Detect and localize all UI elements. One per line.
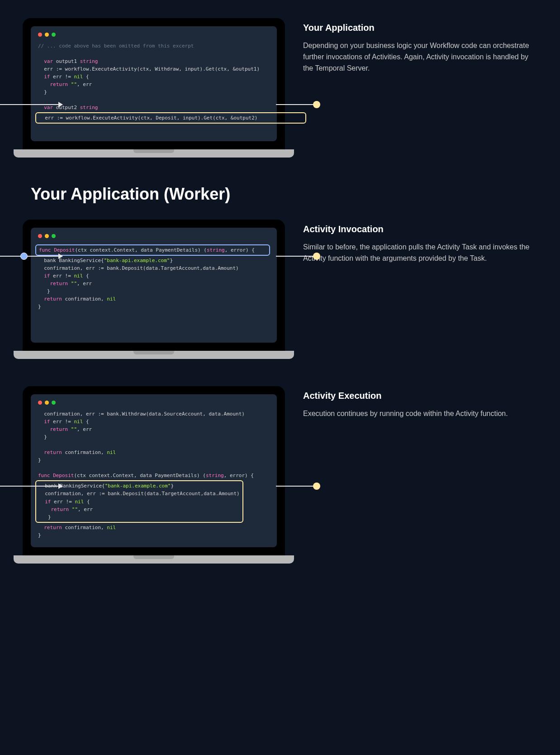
code-window-1: // ... code above has been omitted from …	[31, 26, 277, 141]
code-type: string	[207, 247, 225, 253]
code-type: string	[80, 58, 98, 64]
code-text: , err	[77, 81, 92, 87]
sidebar-body-2: Similar to before, the application pulls…	[303, 242, 537, 264]
section-activity-execution: confirmation, err := bank.Withdraw(data.…	[23, 386, 537, 564]
connector-dot-blue-icon	[20, 253, 28, 260]
connector-dot-icon	[313, 253, 320, 260]
code-str: "bank-api.example.com"	[105, 483, 171, 489]
code-fn-name: Deposit	[53, 473, 74, 478]
code-text: }	[48, 514, 51, 520]
connector-dot-icon	[313, 101, 320, 108]
code-text: err := workflow.ExecuteActivity(ctx, Wit…	[44, 66, 260, 72]
code-str: ""	[71, 426, 77, 432]
code-text: err !=	[50, 273, 74, 279]
code-str: ""	[72, 507, 78, 512]
minimize-dot-icon	[45, 234, 49, 238]
code-kw: var	[44, 58, 53, 64]
close-dot-icon	[38, 33, 42, 37]
code-text: }	[38, 532, 41, 538]
code-text: (ctx context.Context, data PaymentDetail…	[75, 247, 206, 253]
code-nil: nil	[75, 499, 84, 505]
sidebar-text-1: Your Application Depending on your busin…	[303, 18, 537, 74]
code-text: }	[170, 258, 173, 263]
code-text: }	[171, 483, 174, 489]
sidebar-body-1: Depending on your business logic your Wo…	[303, 40, 537, 74]
code-kw: func	[39, 247, 54, 253]
code-kw: var	[44, 105, 53, 110]
arrow-icon	[58, 102, 63, 107]
laptop-notch	[133, 351, 174, 354]
code-text: }	[38, 304, 41, 310]
code-content-2: func Deposit(ctx context.Context, data P…	[38, 244, 270, 311]
window-dots	[38, 234, 270, 238]
code-text: {	[83, 74, 89, 80]
code-content-3: confirmation, err := bank.Withdraw(data.…	[38, 410, 270, 539]
code-text: }	[44, 89, 47, 95]
code-type: string	[206, 473, 224, 478]
code-text: confirmation, err := bank.Deposit(data.T…	[44, 265, 238, 271]
code-text: {	[83, 273, 89, 279]
code-str: ""	[71, 281, 77, 287]
code-text: output2	[53, 105, 80, 110]
code-comment: // ... code above has been omitted from …	[38, 43, 194, 49]
code-kw: return	[50, 426, 71, 432]
code-text: , error) {	[224, 473, 254, 478]
sidebar-title-3: Activity Execution	[303, 391, 537, 401]
arrow-icon	[58, 253, 63, 259]
window-dots	[38, 33, 270, 37]
connector-left-3	[0, 486, 62, 487]
laptop-2: func Deposit(ctx context.Context, data P…	[23, 220, 285, 359]
sidebar-title-1: Your Application	[303, 23, 537, 33]
code-text: , err	[77, 281, 92, 287]
highlighted-code-2: func Deposit(ctx context.Context, data P…	[35, 244, 270, 256]
code-text: {	[84, 499, 90, 505]
connector-left-1	[0, 104, 62, 105]
laptop-base	[14, 555, 294, 564]
code-text: output1	[53, 58, 80, 64]
arrow-icon	[58, 483, 63, 489]
code-text: , err	[77, 426, 92, 432]
section-activity-invocation: func Deposit(ctx context.Context, data P…	[23, 220, 537, 359]
code-text: {	[83, 419, 89, 425]
code-text: confirmation,	[62, 449, 107, 455]
code-kw: return	[50, 281, 71, 287]
window-dots	[38, 401, 270, 405]
code-text: err !=	[51, 499, 75, 505]
connector-left-2	[0, 256, 62, 257]
maximize-dot-icon	[52, 234, 56, 238]
connector-right-3	[276, 486, 317, 487]
maximize-dot-icon	[52, 33, 56, 37]
code-text: bank BankingService{	[44, 258, 104, 263]
code-kw: func	[38, 473, 53, 478]
maximize-dot-icon	[52, 401, 56, 405]
sidebar-title-2: Activity Invocation	[303, 224, 537, 234]
code-fn-name: Deposit	[54, 247, 75, 253]
code-nil: nil	[107, 296, 116, 302]
sidebar-text-2: Activity Invocation Similar to before, t…	[303, 220, 537, 264]
code-text: confirmation, err := bank.Deposit(data.T…	[45, 491, 239, 497]
laptop-1: // ... code above has been omitted from …	[23, 18, 285, 158]
code-text: , error) {	[225, 247, 255, 253]
code-text: }	[38, 457, 41, 463]
code-kw: return	[44, 449, 62, 455]
code-text: }	[47, 288, 50, 294]
laptop-3: confirmation, err := bank.Withdraw(data.…	[23, 386, 285, 564]
section-your-application: // ... code above has been omitted from …	[23, 18, 537, 158]
connector-right-2	[276, 256, 317, 257]
code-text: confirmation,	[62, 525, 107, 530]
laptop-notch	[133, 555, 174, 559]
code-text: , err	[78, 507, 93, 512]
code-text: err !=	[50, 419, 74, 425]
close-dot-icon	[38, 234, 42, 238]
code-text: confirmation, err := bank.Withdraw(data.…	[44, 411, 245, 417]
laptop-notch	[133, 149, 174, 153]
code-content-1: // ... code above has been omitted from …	[38, 42, 270, 124]
code-kw: if	[44, 74, 50, 80]
code-str: ""	[71, 81, 77, 87]
code-nil: nil	[107, 525, 116, 530]
section-header: Your Application (Worker)	[31, 185, 537, 204]
sidebar-text-3: Activity Execution Execution continues b…	[303, 386, 537, 420]
sidebar-body-3: Execution continues by running code with…	[303, 408, 537, 420]
highlighted-code-1: err := workflow.ExecuteActivity(ctx, Dep…	[35, 112, 306, 124]
code-kw: return	[51, 507, 72, 512]
